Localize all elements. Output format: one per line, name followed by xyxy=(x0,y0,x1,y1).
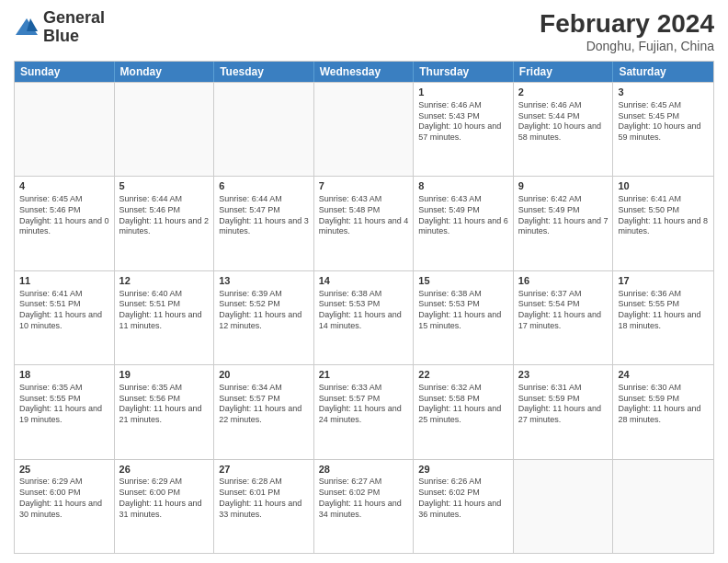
day-number: 25 xyxy=(19,463,109,477)
logo-icon xyxy=(14,15,40,40)
day-info: Sunrise: 6:41 AM Sunset: 5:50 PM Dayligh… xyxy=(618,194,709,237)
logo-text: General Blue xyxy=(43,9,105,46)
weekday-header-thursday: Thursday xyxy=(414,62,514,82)
calendar-cell: 2Sunrise: 6:46 AM Sunset: 5:44 PM Daylig… xyxy=(514,83,614,176)
header: General Blue February 2024 Donghu, Fujia… xyxy=(14,9,714,53)
logo: General Blue xyxy=(14,9,105,46)
calendar-cell: 9Sunrise: 6:42 AM Sunset: 5:49 PM Daylig… xyxy=(514,177,614,270)
day-info: Sunrise: 6:29 AM Sunset: 6:00 PM Dayligh… xyxy=(119,477,210,520)
calendar-cell: 8Sunrise: 6:43 AM Sunset: 5:49 PM Daylig… xyxy=(414,177,514,270)
day-number: 28 xyxy=(319,463,409,477)
day-info: Sunrise: 6:34 AM Sunset: 5:57 PM Dayligh… xyxy=(219,383,309,426)
calendar-cell: 16Sunrise: 6:37 AM Sunset: 5:54 PM Dayli… xyxy=(514,271,614,364)
month-year: February 2024 xyxy=(540,9,714,39)
calendar-cell: 28Sunrise: 6:27 AM Sunset: 6:02 PM Dayli… xyxy=(314,460,415,553)
day-number: 21 xyxy=(319,368,409,382)
calendar-cell: 19Sunrise: 6:35 AM Sunset: 5:56 PM Dayli… xyxy=(115,365,215,458)
calendar-cell xyxy=(214,83,314,176)
day-number: 22 xyxy=(418,368,508,382)
title-block: February 2024 Donghu, Fujian, China xyxy=(540,9,714,53)
day-number: 27 xyxy=(219,463,309,477)
day-info: Sunrise: 6:43 AM Sunset: 5:48 PM Dayligh… xyxy=(319,194,409,237)
day-info: Sunrise: 6:35 AM Sunset: 5:56 PM Dayligh… xyxy=(119,383,210,426)
day-info: Sunrise: 6:44 AM Sunset: 5:46 PM Dayligh… xyxy=(119,194,210,237)
page: General Blue February 2024 Donghu, Fujia… xyxy=(0,0,728,563)
weekday-header-friday: Friday xyxy=(514,62,614,82)
day-number: 12 xyxy=(119,274,210,288)
day-info: Sunrise: 6:38 AM Sunset: 5:53 PM Dayligh… xyxy=(319,289,409,332)
day-number: 5 xyxy=(119,179,210,193)
day-number: 3 xyxy=(618,86,709,99)
calendar-cell: 21Sunrise: 6:33 AM Sunset: 5:57 PM Dayli… xyxy=(314,365,415,458)
calendar-cell xyxy=(514,460,614,553)
day-info: Sunrise: 6:27 AM Sunset: 6:02 PM Dayligh… xyxy=(319,477,409,520)
day-number: 4 xyxy=(19,179,109,193)
day-info: Sunrise: 6:36 AM Sunset: 5:55 PM Dayligh… xyxy=(618,289,709,332)
day-info: Sunrise: 6:35 AM Sunset: 5:55 PM Dayligh… xyxy=(19,383,109,426)
calendar-cell xyxy=(115,83,215,176)
calendar-cell: 14Sunrise: 6:38 AM Sunset: 5:53 PM Dayli… xyxy=(314,271,415,364)
calendar-row-0: 1Sunrise: 6:46 AM Sunset: 5:43 PM Daylig… xyxy=(15,82,713,176)
calendar-cell xyxy=(613,460,713,553)
day-number: 26 xyxy=(119,463,210,477)
calendar-cell: 22Sunrise: 6:32 AM Sunset: 5:58 PM Dayli… xyxy=(414,365,514,458)
calendar-cell: 5Sunrise: 6:44 AM Sunset: 5:46 PM Daylig… xyxy=(115,177,215,270)
weekday-header-saturday: Saturday xyxy=(613,62,713,82)
day-info: Sunrise: 6:32 AM Sunset: 5:58 PM Dayligh… xyxy=(418,383,508,426)
day-info: Sunrise: 6:43 AM Sunset: 5:49 PM Dayligh… xyxy=(418,194,508,237)
day-number: 24 xyxy=(618,368,709,382)
calendar-cell: 29Sunrise: 6:26 AM Sunset: 6:02 PM Dayli… xyxy=(414,460,514,553)
day-info: Sunrise: 6:38 AM Sunset: 5:53 PM Dayligh… xyxy=(418,289,508,332)
calendar-cell: 11Sunrise: 6:41 AM Sunset: 5:51 PM Dayli… xyxy=(15,271,115,364)
day-info: Sunrise: 6:37 AM Sunset: 5:54 PM Dayligh… xyxy=(518,289,609,332)
day-info: Sunrise: 6:42 AM Sunset: 5:49 PM Dayligh… xyxy=(518,194,609,237)
calendar-cell: 12Sunrise: 6:40 AM Sunset: 5:51 PM Dayli… xyxy=(115,271,215,364)
calendar-cell: 17Sunrise: 6:36 AM Sunset: 5:55 PM Dayli… xyxy=(613,271,713,364)
day-info: Sunrise: 6:44 AM Sunset: 5:47 PM Dayligh… xyxy=(219,194,309,237)
day-info: Sunrise: 6:31 AM Sunset: 5:59 PM Dayligh… xyxy=(518,383,609,426)
day-info: Sunrise: 6:29 AM Sunset: 6:00 PM Dayligh… xyxy=(19,477,109,520)
day-info: Sunrise: 6:45 AM Sunset: 5:45 PM Dayligh… xyxy=(618,100,709,144)
calendar-row-1: 4Sunrise: 6:45 AM Sunset: 5:46 PM Daylig… xyxy=(15,176,713,270)
day-number: 16 xyxy=(518,274,609,288)
day-number: 11 xyxy=(19,274,109,288)
calendar-cell: 4Sunrise: 6:45 AM Sunset: 5:46 PM Daylig… xyxy=(15,177,115,270)
calendar-cell: 6Sunrise: 6:44 AM Sunset: 5:47 PM Daylig… xyxy=(214,177,314,270)
calendar-cell: 15Sunrise: 6:38 AM Sunset: 5:53 PM Dayli… xyxy=(414,271,514,364)
day-number: 20 xyxy=(219,368,309,382)
day-number: 18 xyxy=(19,368,109,382)
calendar-cell: 3Sunrise: 6:45 AM Sunset: 5:45 PM Daylig… xyxy=(613,83,713,176)
day-info: Sunrise: 6:45 AM Sunset: 5:46 PM Dayligh… xyxy=(19,194,109,237)
calendar-cell: 25Sunrise: 6:29 AM Sunset: 6:00 PM Dayli… xyxy=(15,460,115,553)
day-info: Sunrise: 6:39 AM Sunset: 5:52 PM Dayligh… xyxy=(219,289,309,332)
day-info: Sunrise: 6:46 AM Sunset: 5:44 PM Dayligh… xyxy=(518,100,609,144)
day-number: 23 xyxy=(518,368,609,382)
day-number: 13 xyxy=(219,274,309,288)
weekday-header-monday: Monday xyxy=(115,62,215,82)
day-number: 17 xyxy=(618,274,709,288)
day-number: 7 xyxy=(319,179,409,193)
day-info: Sunrise: 6:41 AM Sunset: 5:51 PM Dayligh… xyxy=(19,289,109,332)
calendar-cell: 26Sunrise: 6:29 AM Sunset: 6:00 PM Dayli… xyxy=(115,460,215,553)
day-number: 1 xyxy=(418,86,508,99)
calendar-cell xyxy=(15,83,115,176)
calendar-cell: 23Sunrise: 6:31 AM Sunset: 5:59 PM Dayli… xyxy=(514,365,614,458)
day-number: 29 xyxy=(418,463,508,477)
calendar-cell: 13Sunrise: 6:39 AM Sunset: 5:52 PM Dayli… xyxy=(214,271,314,364)
day-number: 10 xyxy=(618,179,709,193)
day-number: 15 xyxy=(418,274,508,288)
calendar-cell: 18Sunrise: 6:35 AM Sunset: 5:55 PM Dayli… xyxy=(15,365,115,458)
weekday-header-sunday: Sunday xyxy=(15,62,115,82)
calendar-cell: 20Sunrise: 6:34 AM Sunset: 5:57 PM Dayli… xyxy=(214,365,314,458)
day-info: Sunrise: 6:33 AM Sunset: 5:57 PM Dayligh… xyxy=(319,383,409,426)
calendar-cell: 27Sunrise: 6:28 AM Sunset: 6:01 PM Dayli… xyxy=(214,460,314,553)
calendar-row-2: 11Sunrise: 6:41 AM Sunset: 5:51 PM Dayli… xyxy=(15,270,713,364)
day-info: Sunrise: 6:26 AM Sunset: 6:02 PM Dayligh… xyxy=(418,477,508,520)
calendar-row-4: 25Sunrise: 6:29 AM Sunset: 6:00 PM Dayli… xyxy=(15,459,713,553)
day-info: Sunrise: 6:40 AM Sunset: 5:51 PM Dayligh… xyxy=(119,289,210,332)
calendar-cell: 1Sunrise: 6:46 AM Sunset: 5:43 PM Daylig… xyxy=(414,83,514,176)
calendar-cell: 10Sunrise: 6:41 AM Sunset: 5:50 PM Dayli… xyxy=(613,177,713,270)
calendar: SundayMondayTuesdayWednesdayThursdayFrid… xyxy=(14,61,714,554)
calendar-body: 1Sunrise: 6:46 AM Sunset: 5:43 PM Daylig… xyxy=(15,82,713,553)
day-number: 2 xyxy=(518,86,609,99)
